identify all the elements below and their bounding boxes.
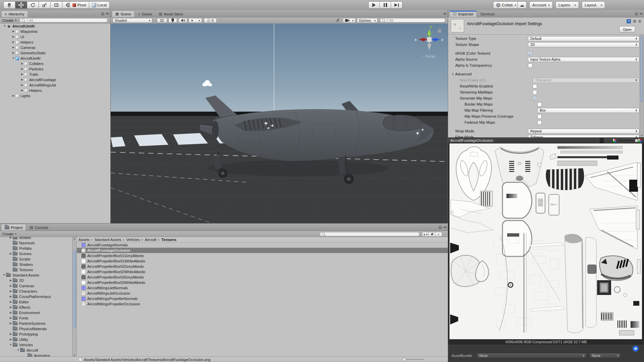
hierarchy-item[interactable]: AircraftWingsJet [0, 82, 110, 88]
scale-tool-button[interactable] [39, 1, 51, 9]
component-tools-button[interactable] [333, 18, 341, 23]
gizmos-dropdown[interactable]: Gizmos ▾ [357, 18, 378, 23]
folder-tree-row[interactable]: Shaders [0, 262, 74, 267]
scene-search-input[interactable]: ▾ All [380, 18, 445, 22]
expand-arrow-icon[interactable] [9, 237, 13, 240]
hierarchy-item[interactable]: Helpers [0, 88, 110, 93]
tag-icon[interactable] [633, 346, 639, 352]
gear-icon[interactable]: ⚙ [633, 19, 637, 24]
file-row[interactable]: AircraftFuselageNormals [77, 242, 448, 248]
breadcrumb-item[interactable]: Vehicles ▸ [126, 238, 145, 242]
layers-button[interactable]: Layers ▾ [555, 1, 579, 9]
expand-arrow-icon[interactable] [11, 40, 15, 45]
folder-tree-row[interactable]: Vehicles [0, 342, 74, 348]
rotate-tool-button[interactable] [27, 1, 39, 9]
expand-arrow-icon[interactable] [9, 289, 13, 294]
folder-tree-row[interactable]: Models [0, 237, 74, 240]
expand-arrow-icon[interactable] [16, 348, 20, 353]
cloud-services-button[interactable]: ☁ [517, 1, 527, 9]
project-tree-scrollbar[interactable]: ▲ ▼ [72, 237, 77, 357]
expand-arrow-icon[interactable] [9, 305, 13, 310]
account-button[interactable]: Account ▾ [529, 1, 553, 9]
breadcrumb-item[interactable]: Standard Assets ▸ [95, 238, 126, 242]
shading-mode-dropdown[interactable]: Shaded ▾ [113, 18, 152, 23]
hierarchy-item[interactable]: AircraftJetAI [0, 23, 110, 29]
file-row[interactable]: AircraftPropellerBlur02GreyAlbedo [77, 264, 448, 269]
expand-arrow-icon[interactable] [11, 29, 15, 34]
file-row[interactable]: AircraftWingsJetNormals [77, 285, 448, 291]
open-button[interactable]: Open [619, 26, 635, 33]
hierarchy-item[interactable]: AircraftJetAI [0, 56, 110, 61]
scrollbar-down-arrow[interactable]: ▼ [72, 354, 76, 356]
field-checkbox[interactable] [533, 90, 537, 95]
field-checkbox[interactable] [533, 84, 537, 88]
scrollbar-down-arrow[interactable]: ▼ [640, 134, 643, 137]
expand-arrow-icon[interactable] [20, 72, 24, 77]
foldout-arrow-icon[interactable] [451, 73, 455, 76]
folder-tree-row[interactable]: Environment [0, 310, 74, 315]
collab-button[interactable]: ✓ Collab ▾ [493, 1, 519, 9]
expand-arrow-icon[interactable] [9, 283, 13, 289]
expand-arrow-icon[interactable] [9, 321, 13, 326]
expand-arrow-icon[interactable] [9, 331, 13, 337]
tab-services[interactable]: Services [477, 11, 498, 17]
file-row[interactable]: AircraftWingsPropellerOcclusion [77, 301, 448, 307]
field-checkbox[interactable] [528, 63, 532, 68]
expand-arrow-icon[interactable] [9, 337, 13, 342]
tab-hierarchy[interactable]: ≡ Hierarchy [1, 10, 28, 17]
file-row[interactable]: AircraftFuselageOcclusion [77, 248, 448, 253]
pause-button[interactable] [380, 1, 391, 9]
tab-project[interactable]: Project [1, 224, 26, 231]
expand-arrow-icon[interactable] [3, 23, 7, 29]
local-toggle-button[interactable]: Local [89, 1, 110, 9]
pivot-toggle-button[interactable]: Pivot [69, 1, 89, 9]
folder-tree-row[interactable]: Scripts [0, 256, 74, 262]
move-tool-button[interactable] [15, 1, 27, 9]
scene-viewport[interactable]: y x z ‹ Persp [111, 23, 448, 223]
thumbnail-size-slider[interactable] [404, 359, 424, 360]
search-by-type-button[interactable]: ▲● [422, 232, 429, 237]
folder-tree-row[interactable]: Prototyping [0, 331, 74, 337]
folder-tree-row[interactable]: Textures [0, 267, 74, 273]
field-dropdown[interactable]: Input Texture Alpha [528, 57, 639, 62]
scene-visibility-button[interactable]: ∅ 0 [204, 18, 217, 23]
expand-arrow-icon[interactable] [9, 299, 13, 305]
expand-arrow-icon[interactable] [20, 61, 24, 66]
hierarchy-item[interactable]: UI [0, 34, 110, 40]
search-by-label-button[interactable] [429, 232, 435, 237]
folder-tree-row[interactable]: PhysicsMaterials [0, 326, 74, 331]
expand-arrow-icon[interactable] [20, 66, 24, 72]
field-dropdown[interactable]: Repeat [528, 129, 639, 134]
folder-tree-row[interactable]: Fonts [0, 315, 74, 321]
hand-tool-button[interactable] [3, 1, 15, 9]
field-checkbox[interactable] [528, 51, 532, 56]
file-row[interactable]: AircraftPropellerBlur01GreyAlbedo [77, 253, 448, 258]
hierarchy-search-input[interactable]: ▾ All [19, 18, 108, 22]
panel-menu-icon[interactable]: ▾≡ [443, 225, 446, 229]
expand-arrow-icon[interactable] [20, 77, 24, 82]
tab-scene[interactable]: ▦ Scene [112, 10, 135, 17]
expand-arrow-icon[interactable] [9, 342, 13, 348]
expand-arrow-icon[interactable] [9, 315, 13, 321]
favorites-button[interactable]: ★ [435, 232, 442, 237]
expand-arrow-icon[interactable] [11, 56, 15, 61]
expand-arrow-icon[interactable] [9, 310, 13, 315]
expand-arrow-icon[interactable] [11, 45, 15, 50]
panel-menu-icon[interactable]: ▾≡ [106, 12, 109, 15]
help-icon[interactable]: ? [627, 19, 631, 23]
channel-button[interactable] [600, 138, 604, 143]
expand-arrow-icon[interactable] [11, 50, 15, 56]
preview-drag-handle[interactable] [496, 139, 597, 142]
project-search-input[interactable] [320, 232, 420, 236]
panel-menu-icon[interactable]: ▾≡ [443, 12, 446, 15]
file-row[interactable]: AircraftPropellerBlur01WhiteAlbedo [77, 258, 448, 264]
play-button[interactable] [368, 1, 380, 9]
hierarchy-item[interactable]: Trails [0, 72, 110, 77]
hierarchy-item[interactable]: Particles [0, 66, 110, 72]
field-checkbox[interactable] [537, 120, 542, 125]
tab-console[interactable]: ▤ Console [26, 224, 52, 231]
folder-tree-row[interactable]: 2D [0, 278, 74, 283]
lock-icon[interactable] [439, 227, 442, 229]
folder-tree-row[interactable]: Cameras [0, 283, 74, 289]
tab-game[interactable]: ◖ Game [135, 11, 156, 17]
